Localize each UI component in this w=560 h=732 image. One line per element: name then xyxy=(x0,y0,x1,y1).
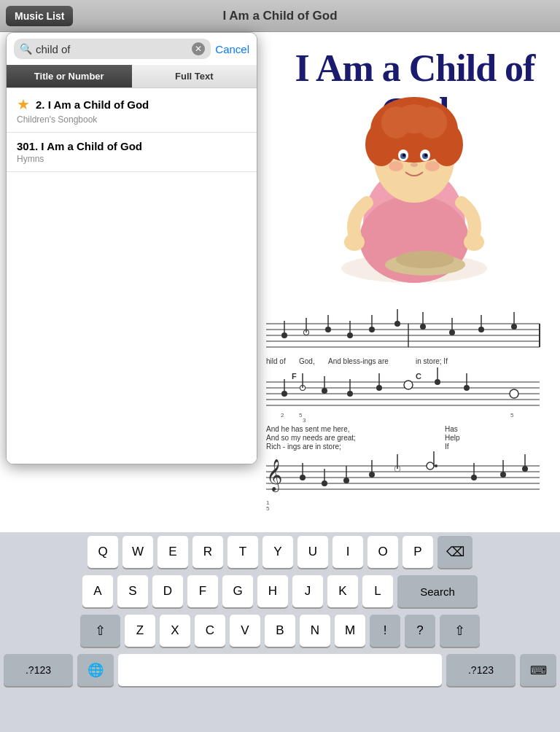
key-backspace[interactable]: ⌫ xyxy=(438,536,472,568)
clear-button[interactable]: ✕ xyxy=(192,42,205,55)
result-title-2: 301. I Am a Child of God xyxy=(17,140,142,152)
svg-text:And  he   has sent  me here,: And he has sent me here, xyxy=(266,425,350,433)
key-k[interactable]: K xyxy=(327,575,358,607)
key-w[interactable]: W xyxy=(122,536,153,568)
key-l[interactable]: L xyxy=(362,575,393,607)
svg-point-23 xyxy=(464,233,484,251)
svg-point-16 xyxy=(424,154,427,157)
result-subtitle-1: Children's Songbook xyxy=(17,114,246,125)
key-question[interactable]: ? xyxy=(405,615,435,647)
svg-text:Rich - ings are in store;: Rich - ings are in store; xyxy=(266,443,341,451)
svg-point-10 xyxy=(396,104,432,133)
svg-point-22 xyxy=(344,233,365,251)
svg-text:And  so  my needs are  great;: And so my needs are great; xyxy=(266,434,356,442)
key-z[interactable]: Z xyxy=(125,615,155,647)
search-tabs: Title or Number Full Text xyxy=(7,65,257,88)
key-g[interactable]: G xyxy=(222,575,253,607)
tab-full-text[interactable]: Full Text xyxy=(132,65,257,87)
svg-text:𝄞: 𝄞 xyxy=(266,459,282,493)
svg-text:Help: Help xyxy=(445,434,460,442)
svg-text:5: 5 xyxy=(266,505,270,512)
music-list-button[interactable]: Music List xyxy=(6,6,73,26)
key-t[interactable]: T xyxy=(228,536,258,568)
svg-text:in store; If: in store; If xyxy=(416,357,448,365)
key-h[interactable]: H xyxy=(257,575,288,607)
svg-text:F: F xyxy=(292,372,297,381)
search-overlay: 🔍 ✕ Cancel Title or Number Full Text ★ 2… xyxy=(6,32,257,464)
key-a[interactable]: A xyxy=(82,575,113,607)
keyboard-row-1: Q W E R T Y U I O P ⌫ xyxy=(0,532,560,572)
svg-text:3: 3 xyxy=(303,417,306,424)
key-r[interactable]: R xyxy=(192,536,223,568)
child-illustration xyxy=(305,64,538,297)
svg-text:If: If xyxy=(445,443,449,451)
result-subtitle-2: Hymns xyxy=(17,154,246,164)
keyboard-row-2: A S D F G H J K L Search xyxy=(0,572,560,611)
key-m[interactable]: M xyxy=(335,615,365,647)
cancel-button[interactable]: Cancel xyxy=(215,43,249,55)
empty-results-area xyxy=(7,172,257,464)
tab-title-number[interactable]: Title or Number xyxy=(7,65,132,87)
key-shift-right[interactable]: ⇧ xyxy=(440,615,480,647)
key-s[interactable]: S xyxy=(117,575,148,607)
svg-point-79 xyxy=(510,389,518,398)
key-i[interactable]: I xyxy=(332,536,363,568)
key-x[interactable]: X xyxy=(160,615,190,647)
result-title-1: 2. I Am a Child of God xyxy=(36,98,149,111)
star-icon-1: ★ xyxy=(17,96,30,113)
page-title: I Am a Child of God xyxy=(222,9,337,23)
keyboard-row-4: .?123 🌐 .?123 ⌨ xyxy=(0,650,560,690)
key-u[interactable]: U xyxy=(298,536,328,568)
key-numeric-left[interactable]: .?123 xyxy=(4,654,73,686)
keyboard: Q W E R T Y U I O P ⌫ A S D F G H J K L … xyxy=(0,532,560,732)
key-o[interactable]: O xyxy=(368,536,398,568)
search-result-1[interactable]: ★ 2. I Am a Child of God Children's Song… xyxy=(7,88,257,133)
key-n[interactable]: N xyxy=(300,615,330,647)
key-space[interactable] xyxy=(118,654,442,686)
key-f[interactable]: F xyxy=(187,575,218,607)
svg-text:Has: Has xyxy=(445,425,458,433)
search-input-wrapper[interactable]: 🔍 ✕ xyxy=(14,39,211,59)
key-keyboard-hide[interactable]: ⌨ xyxy=(520,654,556,686)
svg-point-108 xyxy=(435,464,438,467)
main-content: Music List I Am a Child of God I Am a Ch… xyxy=(0,0,560,532)
svg-point-21 xyxy=(396,251,454,268)
svg-point-18 xyxy=(389,161,403,171)
key-j[interactable]: J xyxy=(292,575,323,607)
svg-text:And bless-ings are: And bless-ings are xyxy=(328,357,389,365)
svg-text:5: 5 xyxy=(510,412,514,418)
key-shift-left[interactable]: ⇧ xyxy=(80,615,120,647)
svg-text:hild of: hild of xyxy=(266,357,286,365)
key-q[interactable]: Q xyxy=(88,536,118,568)
key-y[interactable]: Y xyxy=(262,536,293,568)
key-globe[interactable]: 🌐 xyxy=(77,654,114,686)
result-header-2: 301. I Am a Child of God xyxy=(17,140,246,152)
svg-point-17 xyxy=(411,163,418,167)
search-bar: 🔍 ✕ Cancel xyxy=(7,33,257,65)
key-exclaim[interactable]: ! xyxy=(370,615,400,647)
key-p[interactable]: P xyxy=(402,536,433,568)
svg-point-107 xyxy=(427,462,434,470)
key-search[interactable]: Search xyxy=(397,575,478,607)
key-b[interactable]: B xyxy=(265,615,295,647)
svg-text:2: 2 xyxy=(281,412,284,418)
keyboard-row-3: ⇧ Z X C V B N M ! ? ⇧ xyxy=(0,611,560,650)
key-numeric-right[interactable]: .?123 xyxy=(446,654,516,686)
svg-point-19 xyxy=(425,161,440,171)
key-e[interactable]: E xyxy=(158,536,188,568)
search-results: ★ 2. I Am a Child of God Children's Song… xyxy=(7,88,257,464)
result-header-1: ★ 2. I Am a Child of God xyxy=(17,96,246,113)
svg-point-15 xyxy=(402,154,405,157)
svg-point-74 xyxy=(404,381,413,389)
key-d[interactable]: D xyxy=(152,575,183,607)
search-icon: 🔍 xyxy=(20,43,32,55)
key-c[interactable]: C xyxy=(195,615,225,647)
search-input[interactable] xyxy=(36,43,188,55)
svg-text:C: C xyxy=(416,372,421,381)
svg-text:God,: God, xyxy=(299,357,315,365)
key-v[interactable]: V xyxy=(230,615,260,647)
search-result-2[interactable]: 301. I Am a Child of God Hymns xyxy=(7,133,257,172)
top-bar: Music List I Am a Child of God xyxy=(0,0,560,32)
